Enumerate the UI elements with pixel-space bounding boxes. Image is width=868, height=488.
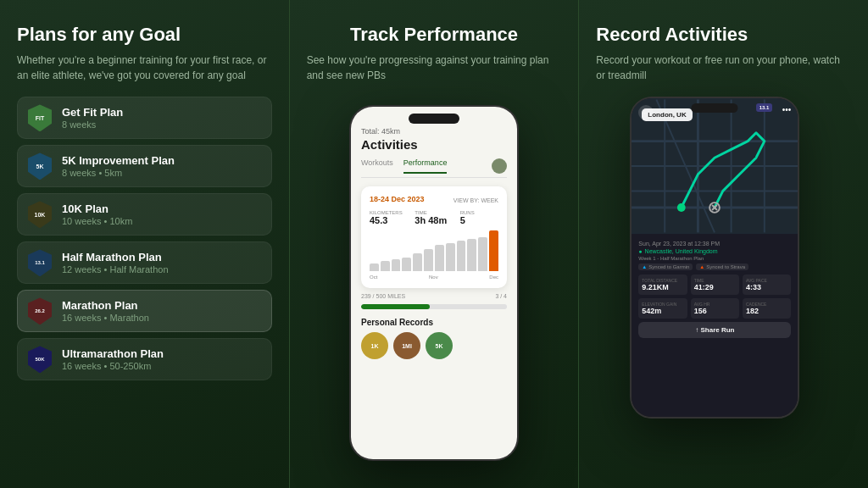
plan-name-10k: 10K Plan <box>62 202 261 215</box>
bar-5 <box>413 253 422 272</box>
plan-name-fit: Get Fit Plan <box>62 106 261 119</box>
map-area: London, UK ← ••• 13.1 <box>632 98 798 234</box>
activities-tabs: Workouts Performance <box>361 158 507 178</box>
panel-track: Track Performance See how you're progres… <box>290 0 580 488</box>
miles-pages: 3 / 4 <box>495 293 507 299</box>
stat-hr: AVG HR 156 <box>691 298 739 319</box>
activity-plan: Week 1 - Half Marathon Plan <box>638 256 791 261</box>
plan-detail-fit: 8 weeks <box>62 119 261 130</box>
perf-metrics: KILOMETERS 45.3 TIME 3h 48m RUNS 5 <box>370 210 498 225</box>
miles-text: 239 / 500 MILES 3 / 4 <box>361 293 507 299</box>
activities-title: Activities <box>361 137 507 152</box>
sync-strava: ▲ Synced to Strava <box>696 263 748 270</box>
garmin-icon: ▲ <box>642 264 647 269</box>
bar-7 <box>435 245 444 271</box>
strava-icon: ▲ <box>699 264 704 269</box>
bar-3 <box>392 259 401 271</box>
miles-progress-text: 239 / 500 MILES <box>361 293 405 299</box>
location-text: Newcastle, United Kingdom <box>645 248 718 254</box>
panel3-subtitle: Record your workout or free run on your … <box>596 53 851 83</box>
miles-bar <box>361 304 507 309</box>
pr-badges: 1K 1MI 5K <box>361 332 507 359</box>
miles-fill <box>361 304 430 309</box>
panel3-title: Record Activities <box>596 24 851 46</box>
panel2-subtitle: See how you're progressing against your … <box>307 53 562 83</box>
plan-badge-half: 13.1 <box>28 249 52 276</box>
activity-location: ● Newcastle, United Kingdom <box>638 248 791 254</box>
bar-8 <box>446 243 455 272</box>
stat-cadence: CADENCE 182 <box>743 298 791 319</box>
plans-list: FIT Get Fit Plan 8 weeks 5K 5K Improveme… <box>17 97 272 471</box>
sync-garmin-text: Synced to Garmin <box>648 264 689 269</box>
tab-workouts[interactable]: Workouts <box>361 158 393 174</box>
location-dot-icon: ● <box>638 248 642 254</box>
personal-records: Personal Records 1K 1MI 5K <box>361 318 507 359</box>
plan-item-fit[interactable]: FIT Get Fit Plan 8 weeks <box>17 97 272 139</box>
plan-badge-ultra: 50K <box>28 346 52 373</box>
metric-runs: RUNS 5 <box>460 210 498 225</box>
plan-detail-ultra: 16 weeks • 50-250km <box>62 361 261 371</box>
stat-cadence-value: 182 <box>746 307 787 315</box>
panel2-title: Track Performance <box>350 24 518 46</box>
bar-highlight <box>489 230 498 271</box>
activity-date: Sun, Apr 23, 2023 at 12:38 PM <box>638 241 791 247</box>
stat-distance: TOTAL DISTANCE 9.21KM <box>638 274 687 295</box>
panel1-subtitle: Whether you're a beginner training for y… <box>17 53 272 83</box>
phone-body-3: London, UK ← ••• 13.1 Sun, Apr 23, 2023 … <box>630 97 799 419</box>
stat-distance-value: 9.21KM <box>642 283 683 291</box>
plan-text-ultra: Ultramarathon Plan 16 weeks • 50-250km <box>62 347 261 371</box>
plan-item-half[interactable]: 13.1 Half Marathon Plan 12 weeks • Half … <box>17 241 272 284</box>
bar-2 <box>381 261 390 271</box>
plan-text-fit: Get Fit Plan 8 weeks <box>62 106 261 130</box>
bar-chart <box>370 230 498 273</box>
sync-badges: ▲ Synced to Garmin ▲ Synced to Strava <box>638 263 791 270</box>
plan-name-ultra: Ultramarathon Plan <box>62 347 261 360</box>
phone-notch-2 <box>409 114 459 124</box>
pr-badge-1mi: 1MI <box>393 332 420 359</box>
label-nov: Nov <box>429 274 438 280</box>
phone-screen-2: Total: 45km Activities Workouts Performa… <box>351 107 517 459</box>
plan-text-5k: 5K Improvement Plan 8 weeks • 5km <box>62 154 261 178</box>
tab-performance[interactable]: Performance <box>403 158 448 174</box>
bar-10 <box>467 239 476 271</box>
panel-record: Record Activities Record your workout or… <box>579 0 868 488</box>
stat-hr-value: 156 <box>694 307 736 315</box>
more-button[interactable]: ••• <box>782 105 792 114</box>
plan-detail-half: 12 weeks • Half Marathon <box>62 264 261 274</box>
plan-item-5k[interactable]: 5K 5K Improvement Plan 8 weeks • 5km <box>17 145 272 187</box>
stat-time-value: 41:29 <box>694 283 736 291</box>
panel-plans: Plans for any Goal Whether you're a begi… <box>0 0 290 488</box>
panel1-title: Plans for any Goal <box>17 24 272 46</box>
date-range: 18-24 Dec 2023 <box>370 195 425 203</box>
metric-time: TIME 3h 48m <box>415 210 453 225</box>
stats-grid: TOTAL DISTANCE 9.21KM TIME 41:29 AVG PAC… <box>638 274 791 319</box>
plan-badge-5k: 5K <box>28 152 52 180</box>
plan-badge-10k: 10K <box>28 201 52 228</box>
share-run-button[interactable]: ↑ Share Run <box>638 322 791 338</box>
bar-1 <box>370 263 379 272</box>
plan-item-10k[interactable]: 10K 10K Plan 10 weeks • 10km <box>17 193 272 236</box>
phone-mockup-2: Total: 45km Activities Workouts Performa… <box>349 105 519 461</box>
runs-value: 5 <box>460 215 498 225</box>
plan-detail-marathon: 16 weeks • Marathon <box>62 313 261 323</box>
plan-item-marathon[interactable]: 26.2 Marathon Plan 16 weeks • Marathon <box>17 290 272 332</box>
view-by[interactable]: VIEW BY: WEEK <box>453 197 498 203</box>
plan-text-half: Half Marathon Plan 12 weeks • Half Marat… <box>62 251 261 274</box>
pr-title: Personal Records <box>361 318 507 327</box>
phone-mockup-3: London, UK ← ••• 13.1 Sun, Apr 23, 2023 … <box>630 97 799 419</box>
metric-km: KILOMETERS 45.3 <box>370 210 408 225</box>
phone-notch-3 <box>692 103 738 113</box>
stat-elev-value: 542m <box>642 307 683 315</box>
bar-11 <box>478 237 487 272</box>
plan-detail-10k: 10 weeks • 10km <box>62 216 261 226</box>
bar-9 <box>457 241 466 271</box>
plan-item-ultra[interactable]: 50K Ultramarathon Plan 16 weeks • 50-250… <box>17 338 272 380</box>
half-marathon-badge: 13.1 <box>756 103 773 112</box>
stat-pace: AVG PACE 4:33 <box>743 274 791 295</box>
km-value: 45.3 <box>370 215 408 225</box>
sync-garmin: ▲ Synced to Garmin <box>638 263 693 270</box>
label-oct: Oct <box>370 274 377 280</box>
stat-elevation: ELEVATION GAIN 542m <box>638 298 687 319</box>
activity-details: Sun, Apr 23, 2023 at 12:38 PM ● Newcastl… <box>632 234 798 417</box>
sync-strava-text: Synced to Strava <box>706 264 745 269</box>
